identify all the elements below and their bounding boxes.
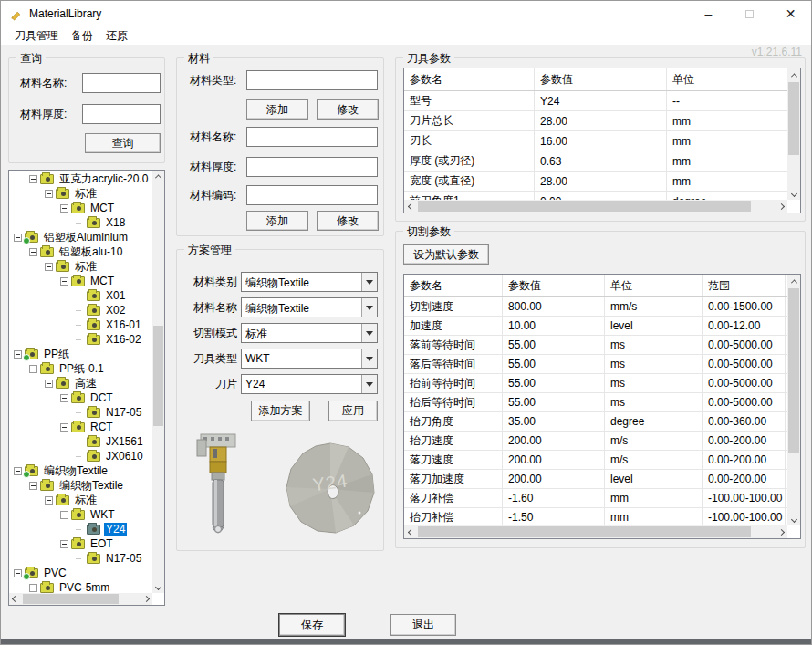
collapse-icon[interactable]	[45, 496, 53, 505]
tree-hscroll-thumb[interactable]	[23, 594, 119, 604]
menu-backup[interactable]: 备份	[65, 26, 99, 45]
cut-params-vscroll[interactable]	[787, 275, 800, 525]
table-row[interactable]: 落刀速度200.00m/s0.00-200.00	[404, 451, 787, 470]
collapse-icon[interactable]	[45, 263, 53, 271]
tree-horizontal-scrollbar[interactable]	[9, 593, 152, 605]
collapse-icon[interactable]	[29, 175, 37, 183]
tree-item[interactable]: EOT	[9, 536, 152, 551]
collapse-icon[interactable]	[29, 248, 37, 256]
cut-params-table[interactable]: 参数名参数值单位范围切割速度800.00mm/s0.00-1500.00加速度1…	[403, 274, 801, 539]
scroll-down-button[interactable]	[787, 187, 800, 200]
collapse-icon[interactable]	[60, 423, 68, 432]
table-row[interactable]: 型号Y24--	[404, 91, 787, 111]
table-row[interactable]: 抬后等待时间55.00ms0.00-5000.00	[404, 393, 787, 412]
material-thickness-input[interactable]	[246, 157, 378, 177]
minimize-button[interactable]: –	[688, 1, 729, 26]
query-search-button[interactable]: 查询	[85, 133, 161, 153]
collapse-icon[interactable]	[60, 394, 68, 402]
vscroll-thumb[interactable]	[788, 288, 799, 453]
scroll-right-button[interactable]	[775, 200, 787, 213]
tool-params-table[interactable]: 参数名参数值单位型号Y24--刀片总长28.00mm刃长16.00mm厚度 (或…	[403, 68, 801, 213]
table-row[interactable]: 宽度 (或直径)28.00mm	[404, 172, 787, 192]
tool-params-hscroll[interactable]	[404, 200, 787, 213]
scroll-up-button[interactable]	[787, 68, 800, 81]
tree-scroll-up-button[interactable]	[152, 171, 164, 182]
vscroll-thumb[interactable]	[788, 82, 799, 155]
material-type-input[interactable]	[246, 70, 378, 90]
close-button[interactable]: ✕	[770, 1, 811, 26]
table-row[interactable]: 抬刀速度200.00m/s0.00-200.00	[404, 432, 787, 451]
scroll-down-button[interactable]	[787, 513, 800, 525]
tree-item[interactable]: 铝塑板Aluminium	[9, 230, 152, 244]
menu-restore[interactable]: 还原	[99, 26, 134, 45]
tree-item[interactable]: X18	[9, 215, 152, 230]
tree-item[interactable]: X16-02	[9, 332, 152, 347]
table-row[interactable]: 抬前等待时间55.00ms0.00-5000.00	[404, 374, 787, 393]
tree-item[interactable]: 铝塑板alu-10	[9, 244, 152, 259]
tree-item[interactable]: 标准	[9, 259, 152, 274]
tree-item[interactable]: PVC	[9, 566, 152, 580]
menu-tool-management[interactable]: 刀具管理	[8, 26, 65, 45]
collapse-icon[interactable]	[29, 482, 37, 490]
tree-vscroll-thumb[interactable]	[153, 326, 163, 426]
scroll-left-button[interactable]	[404, 525, 417, 538]
exit-button[interactable]: 退出	[390, 614, 456, 636]
collapse-icon[interactable]	[60, 511, 68, 519]
tree-item[interactable]: 编织物Textile	[9, 478, 152, 493]
scheme-add-button[interactable]: 添加方案	[251, 401, 310, 421]
table-row[interactable]: 落前等待时间55.00ms0.00-5000.00	[404, 336, 787, 355]
query-thickness-input[interactable]	[82, 104, 161, 124]
tree-vertical-scrollbar[interactable]	[152, 171, 164, 593]
collapse-icon[interactable]	[14, 234, 22, 242]
collapse-icon[interactable]	[60, 277, 68, 286]
table-row[interactable]: 厚度 (或刃径)0.63mm	[404, 151, 787, 172]
material-code-input[interactable]	[246, 185, 378, 205]
chevron-down-icon[interactable]	[361, 375, 377, 393]
chevron-down-icon[interactable]	[361, 298, 377, 317]
tree-item[interactable]: N17-05	[9, 405, 152, 420]
tree-item[interactable]: MCT	[9, 201, 152, 215]
chevron-down-icon[interactable]	[361, 324, 377, 342]
tree-item[interactable]: Y24	[9, 522, 152, 536]
tree-item[interactable]: N17-05	[9, 551, 152, 566]
tree-item[interactable]: 编织物Textile	[9, 463, 152, 478]
table-row[interactable]: 落刀加速度200.00level0.00-200.00	[404, 470, 787, 489]
collapse-icon[interactable]	[14, 467, 22, 475]
material-type-modify-button[interactable]: 修改	[317, 99, 379, 120]
table-row[interactable]: 抬刀角度35.00degree0.00-360.00	[404, 412, 787, 432]
material-modify-button[interactable]: 修改	[317, 211, 379, 231]
scheme-name-select[interactable]: 编织物Textile	[241, 297, 378, 317]
table-row[interactable]: 刃长16.00mm	[404, 131, 787, 151]
tree-item[interactable]: DCT	[9, 390, 152, 405]
collapse-icon[interactable]	[45, 190, 53, 198]
query-name-input[interactable]	[82, 73, 161, 93]
tree-item[interactable]: JX0610	[9, 449, 152, 463]
set-default-params-button[interactable]: 设为默认参数	[403, 244, 489, 265]
collapse-icon[interactable]	[45, 380, 53, 388]
scheme-tool-type-select[interactable]: WKT	[241, 349, 378, 369]
collapse-icon[interactable]	[60, 540, 68, 548]
scheme-apply-button[interactable]: 应用	[328, 401, 378, 421]
material-tree[interactable]: 亚克力acrylic-20.0标准MCTX18铝塑板Aluminium铝塑板al…	[8, 170, 165, 606]
collapse-icon[interactable]	[29, 584, 37, 592]
material-type-add-button[interactable]: 添加	[246, 99, 308, 120]
tree-scroll-right-button[interactable]	[141, 593, 152, 605]
material-name-input[interactable]	[246, 127, 378, 147]
collapse-icon[interactable]	[14, 569, 22, 577]
cut-params-hscroll[interactable]	[404, 525, 787, 538]
table-row[interactable]: 切割速度800.00mm/s0.00-1500.00	[404, 297, 787, 317]
hscroll-thumb[interactable]	[418, 526, 751, 537]
collapse-icon[interactable]	[29, 365, 37, 373]
collapse-icon[interactable]	[14, 350, 22, 359]
table-row[interactable]: 抬刀补偿-1.50mm-100.00-100.00	[404, 508, 787, 525]
tree-item[interactable]: RCT	[9, 420, 152, 434]
scheme-cut-mode-select[interactable]: 标准	[241, 323, 378, 343]
tree-item[interactable]: PVC-5mm	[9, 580, 152, 593]
table-row[interactable]: 落后等待时间55.00ms0.00-5000.00	[404, 355, 787, 374]
tree-item[interactable]: 高速	[9, 376, 152, 390]
tree-item[interactable]: X16-01	[9, 317, 152, 332]
tree-item[interactable]: MCT	[9, 274, 152, 288]
tree-item[interactable]: 标准	[9, 493, 152, 507]
material-add-button[interactable]: 添加	[246, 211, 308, 231]
table-row[interactable]: 前刀角度10.00degree	[404, 192, 787, 200]
